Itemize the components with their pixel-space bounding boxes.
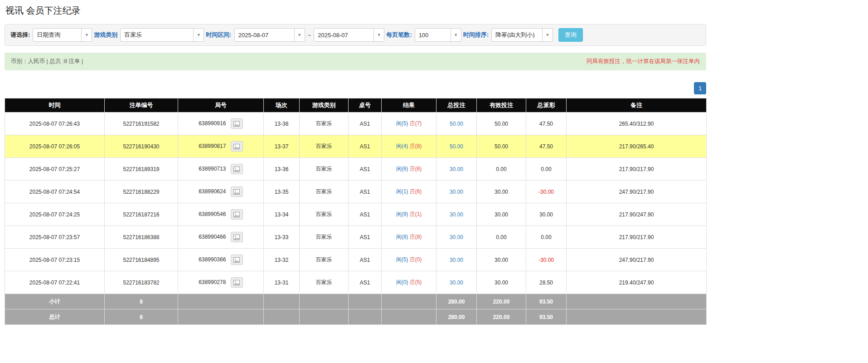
cell-remark: 247.90/217.90 — [567, 249, 707, 271]
subtotal-row: 小计 8 280.00 220.00 93.50 — [5, 294, 707, 309]
game-type-combo: ▼ — [120, 28, 204, 42]
total-bet-link[interactable]: 30.00 — [450, 280, 463, 286]
round-image-icon[interactable] — [231, 232, 243, 242]
main-container: 视讯 会员下注纪录 请选择: ▼ 游戏类别 ▼ 时间区间: ▼ ~ ▼ 每页笔数… — [5, 5, 706, 325]
date-from-caret-icon[interactable]: ▼ — [295, 28, 305, 42]
total-label: 总计 — [5, 309, 105, 325]
filter-bar: 请选择: ▼ 游戏类别 ▼ 时间区间: ▼ ~ ▼ 每页笔数: ▼ 时间排序: … — [5, 24, 706, 46]
date-to-input[interactable] — [314, 28, 374, 42]
col-total-bet: 总投注 — [436, 98, 477, 113]
cell-table-no: AS1 — [349, 158, 382, 181]
result-banker: 庄(6) — [410, 166, 422, 172]
cell-table-no: AS1 — [349, 181, 382, 203]
summary-notice: 同局有效投注，统一计算在该局第一张注单内 — [587, 58, 700, 65]
cell-round-id: 638990466 — [178, 226, 264, 249]
cell-remark: 265.40/312.90 — [567, 113, 707, 135]
round-id-text: 638990817 — [199, 143, 226, 149]
col-result: 结果 — [382, 98, 436, 113]
cell-bet-id: 522716187216 — [105, 203, 178, 226]
cell-game-type: 百家乐 — [300, 249, 349, 271]
sort-input[interactable] — [491, 28, 543, 42]
cell-table-no: AS1 — [349, 135, 382, 158]
time-range-label: 时间区间: — [206, 31, 231, 39]
game-type-caret-icon[interactable]: ▼ — [194, 28, 204, 42]
query-button[interactable]: 查询 — [558, 28, 583, 42]
cell-bet-id: 522716188229 — [105, 181, 178, 203]
cell-round-id: 638990916 — [178, 113, 264, 135]
round-image-icon[interactable] — [231, 277, 243, 288]
page-size-input[interactable] — [415, 28, 451, 42]
result-player: 闲(6) — [396, 166, 408, 172]
table-row: 2025-08-07 07:25:27 522716189319 6389907… — [5, 158, 707, 181]
round-image-icon[interactable] — [231, 118, 243, 129]
cell-result: 闲(9) 庄(1) — [382, 203, 436, 226]
date-to-combo: ▼ — [314, 28, 384, 42]
cell-round-id: 638990713 — [178, 158, 264, 181]
cell-valid-bet: 30.00 — [477, 249, 526, 271]
round-image-icon[interactable] — [231, 164, 243, 174]
date-from-input[interactable] — [234, 28, 295, 42]
col-bet-id: 注单编号 — [105, 98, 178, 113]
query-type-caret-icon[interactable]: ▼ — [82, 28, 92, 42]
query-type-combo: ▼ — [33, 28, 92, 42]
total-valid-bet: 220.00 — [477, 309, 526, 325]
date-to-caret-icon[interactable]: ▼ — [374, 28, 384, 42]
result-banker: 庄(8) — [410, 143, 422, 149]
cell-total-bet: 50.00 — [436, 113, 477, 135]
round-image-icon[interactable] — [231, 255, 243, 265]
cell-session: 13-36 — [264, 158, 300, 181]
total-bet-link[interactable]: 30.00 — [450, 257, 463, 263]
cell-bet-id: 522716183782 — [105, 271, 178, 294]
total-bet-link[interactable]: 30.00 — [450, 234, 463, 240]
game-type-label: 游戏类别 — [94, 31, 117, 39]
query-type-input[interactable] — [33, 28, 82, 42]
round-image-icon[interactable] — [231, 209, 243, 220]
page-button-1[interactable]: 1 — [694, 82, 706, 94]
cell-time: 2025-08-07 07:23:57 — [5, 226, 105, 249]
col-valid-bet: 有效投注 — [477, 98, 526, 113]
cell-total-bet: 30.00 — [436, 158, 477, 181]
round-image-icon[interactable] — [231, 186, 243, 197]
cell-session: 13-37 — [264, 135, 300, 158]
cell-valid-bet: 30.00 — [477, 203, 526, 226]
cell-payout: 0.00 — [526, 226, 567, 249]
result-banker: 庄(7) — [410, 120, 422, 127]
cell-session: 13-35 — [264, 181, 300, 203]
cell-game-type: 百家乐 — [300, 181, 349, 203]
cell-game-type: 百家乐 — [300, 113, 349, 135]
round-id-text: 638990916 — [199, 120, 226, 127]
sort-caret-icon[interactable]: ▼ — [543, 28, 553, 42]
result-player: 闲(1) — [396, 188, 408, 195]
total-bet-link[interactable]: 50.00 — [450, 143, 463, 150]
subtotal-total-bet: 280.00 — [436, 294, 477, 309]
total-bet-link[interactable]: 30.00 — [450, 166, 463, 172]
cell-result: 闲(5) 庄(0) — [382, 249, 436, 271]
cell-time: 2025-08-07 07:24:54 — [5, 181, 105, 203]
cell-payout: 47.50 — [526, 113, 567, 135]
cell-total-bet: 30.00 — [436, 203, 477, 226]
page-size-caret-icon[interactable]: ▼ — [451, 28, 461, 42]
total-bet-link[interactable]: 30.00 — [450, 211, 463, 218]
total-bet-link[interactable]: 50.00 — [450, 121, 463, 127]
total-payout: 93.50 — [526, 309, 567, 325]
cell-payout: 0.00 — [526, 158, 567, 181]
game-type-input[interactable] — [120, 28, 194, 42]
table-header: 时间 注单编号 局号 场次 游戏类别 桌号 结果 总投注 有效投注 总派彩 备注 — [5, 98, 707, 113]
total-total-bet: 280.00 — [436, 309, 477, 325]
cell-total-bet: 30.00 — [436, 181, 477, 203]
cell-game-type: 百家乐 — [300, 203, 349, 226]
page-title: 视讯 会员下注纪录 — [5, 5, 706, 17]
page-size-combo: ▼ — [415, 28, 461, 42]
cell-remark: 219.40/247.90 — [567, 271, 707, 294]
cell-total-bet: 30.00 — [436, 271, 477, 294]
total-count: 8 — [105, 309, 178, 325]
round-image-icon[interactable] — [231, 141, 243, 152]
cell-game-type: 百家乐 — [300, 135, 349, 158]
table-row: 2025-08-07 07:26:43 522716191582 6389909… — [5, 113, 707, 135]
total-bet-link[interactable]: 30.00 — [450, 189, 463, 195]
cell-payout: 30.00 — [526, 203, 567, 226]
cell-total-bet: 50.00 — [436, 135, 477, 158]
cell-time: 2025-08-07 07:24:25 — [5, 203, 105, 226]
cell-result: 闲(6) 庄(6) — [382, 158, 436, 181]
result-banker: 庄(6) — [410, 188, 422, 195]
